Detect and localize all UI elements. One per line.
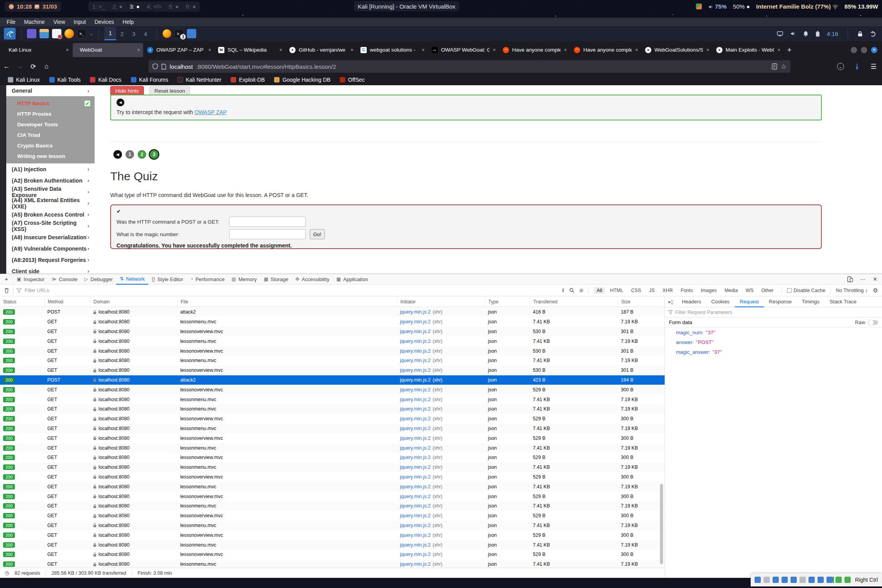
display-icon[interactable]	[808, 577, 815, 583]
devtools-tab[interactable]: ▷ Debugger	[81, 274, 116, 285]
virtualbox-menu-item[interactable]: File	[2, 19, 20, 25]
responsive-mode-icon[interactable]	[847, 276, 853, 282]
url-bar[interactable]: localhost:8080/WebGoat/start.mvc#lesson/…	[149, 60, 791, 73]
network-request-row[interactable]: 200 GET localhost:8080 lessonoverview.mv…	[0, 550, 665, 559]
network-request-row[interactable]: 200 GET localhost:8080 lessonmenu.mvc jq…	[0, 501, 665, 511]
initiator-link[interactable]: jquery.min.js:2	[400, 416, 430, 421]
tab-close-icon[interactable]: ×	[777, 47, 780, 53]
browser-tab[interactable]: Kali Linux ×	[2, 43, 72, 57]
notification-bell-icon[interactable]	[803, 31, 808, 37]
sidebar-category-item[interactable]: (A5) Broken Access Control ›	[6, 209, 95, 220]
kali-menu-icon[interactable]	[4, 28, 16, 39]
downloads-icon[interactable]: ⭳	[854, 63, 860, 70]
host-workspace[interactable]: 6: ●	[186, 3, 196, 10]
initiator-link[interactable]: jquery.min.js:2	[400, 377, 430, 383]
resize-grip[interactable]: ⋰	[880, 578, 882, 582]
lock-screen-icon[interactable]	[857, 31, 863, 37]
tab-close-icon[interactable]: ×	[279, 47, 282, 53]
sidebar-category-item[interactable]: Client side ›	[6, 265, 95, 274]
initiator-link[interactable]: jquery.min.js:2	[400, 319, 430, 324]
virtualbox-menu-item[interactable]: Input	[70, 19, 90, 25]
bookmark-item[interactable]: OffSec	[340, 77, 365, 83]
bookmark-item[interactable]: Kali Forums	[131, 77, 169, 83]
disable-cache-control[interactable]: Disable Cache	[787, 288, 825, 293]
network-request-row[interactable]: 200 GET localhost:8080 lessonmenu.mvc jq…	[0, 443, 665, 453]
sidebar-category-item[interactable]: (A7) Cross-Site Scripting (XSS) ›	[6, 220, 95, 231]
pause-icon[interactable]: ‖	[562, 288, 564, 293]
initiator-link[interactable]: jquery.min.js:2	[400, 552, 430, 557]
usb-icon[interactable]	[791, 577, 797, 583]
network-request-row[interactable]: 200 GET localhost:8080 lessonoverview.mv…	[0, 453, 665, 463]
bookmark-item[interactable]: Kali Docs	[90, 77, 121, 83]
browser-tab[interactable]: webgoat solutions - ×	[357, 43, 428, 57]
bookmark-item[interactable]: Google Hacking DB	[274, 77, 330, 83]
mouse-integration-icon[interactable]	[835, 577, 842, 583]
page-number-button[interactable]: 2	[138, 150, 146, 159]
bookmark-star-icon[interactable]: ☆	[781, 63, 787, 71]
initiator-link[interactable]: jquery.min.js:2	[400, 309, 430, 315]
throttling-dropdown[interactable]: No Throttling ↕	[836, 288, 868, 293]
guest-clock[interactable]: 4:16	[827, 30, 838, 37]
firefox-launcher-icon[interactable]	[65, 29, 74, 38]
network-request-row[interactable]: 200 GET localhost:8080 lessonmenu.mvc jq…	[0, 424, 665, 434]
initiator-link[interactable]: jquery.min.js:2	[400, 368, 430, 373]
search-icon[interactable]	[569, 288, 574, 293]
network-request-row[interactable]: 200 POST localhost:8080 attack2 jquery.m…	[0, 307, 665, 317]
sidebar-category-item[interactable]: (A3) Sensitive Data Exposure ›	[6, 186, 95, 197]
browser-tab[interactable]: Have anyone comple ×	[571, 43, 641, 57]
network-request-row[interactable]: 200 GET localhost:8080 lessonmenu.mvc jq…	[0, 336, 665, 346]
sidebar-sublesson-item[interactable]: HTTP Basics ✔	[6, 98, 95, 109]
initiator-link[interactable]: jquery.min.js:2	[400, 455, 430, 460]
hard-disks-icon[interactable]	[755, 577, 761, 583]
network-icon[interactable]	[782, 577, 788, 583]
network-request-row[interactable]: 200 GET localhost:8080 lessonmenu.mvc jq…	[0, 521, 665, 531]
brightness-indicator[interactable]: 50% ●	[733, 3, 750, 10]
restore-button[interactable]	[861, 47, 867, 53]
type-filter-button[interactable]: All	[594, 287, 605, 294]
sidebar-sublesson-item[interactable]: Crypto Basics ✔	[6, 140, 95, 151]
initiator-link[interactable]: jquery.min.js:2	[400, 484, 430, 489]
wifi-indicator[interactable]: Internet Familie Bolz (77%)	[756, 3, 838, 10]
column-header-file[interactable]: File	[177, 297, 397, 307]
devtools-tab[interactable]: ▦ Storage	[260, 274, 292, 285]
virtualbox-menu-item[interactable]: Devices	[90, 19, 118, 25]
node-picker-icon[interactable]: ⌖	[0, 276, 13, 283]
column-header-initiator[interactable]: Initiator	[397, 297, 485, 307]
shared-folders-icon[interactable]	[800, 577, 806, 583]
type-filter-button[interactable]: WS	[743, 287, 756, 294]
type-filter-button[interactable]: Images	[698, 287, 719, 294]
column-header-size[interactable]: Size	[618, 297, 665, 307]
raw-toggle[interactable]	[868, 320, 878, 325]
column-header-method[interactable]: Method	[44, 297, 90, 307]
audio-tray-icon[interactable]	[790, 31, 796, 36]
firefox-window-icon[interactable]	[163, 29, 171, 38]
devtools-tab[interactable]: ◔ Performance	[187, 274, 228, 285]
tab-close-icon[interactable]: ×	[493, 47, 496, 53]
text-editor-icon[interactable]	[52, 29, 61, 38]
devtools-tab[interactable]: ✜ Accessibility	[292, 274, 333, 285]
request-detail-tab[interactable]: Cookies	[706, 296, 735, 307]
type-filter-button[interactable]: XHR	[660, 287, 676, 294]
host-workspace[interactable]: 5: ●	[169, 3, 179, 10]
request-count[interactable]: 82 requests	[14, 570, 40, 576]
virtualbox-menu-item[interactable]: View	[49, 19, 69, 25]
initiator-link[interactable]: jquery.min.js:2	[400, 426, 430, 431]
type-filter-button[interactable]: Fonts	[678, 287, 696, 294]
column-header-status[interactable]: Status	[0, 297, 44, 307]
block-icon[interactable]: ⊘	[579, 287, 583, 293]
host-workspace[interactable]: 1: >_	[92, 3, 106, 10]
network-request-row[interactable]: 200 GET localhost:8080 lessonoverview.mv…	[0, 346, 665, 356]
initiator-link[interactable]: jquery.min.js:2	[400, 474, 430, 480]
network-request-row[interactable]: 200 GET localhost:8080 lessonoverview.mv…	[0, 511, 665, 521]
go-button[interactable]: Go!	[310, 229, 325, 239]
launcher-dropdown-icon[interactable]: ⌄	[90, 31, 93, 36]
sidebar-category-item[interactable]: (A4) XML External Entities (XXE) ›	[6, 197, 95, 209]
battery-tray-icon[interactable]	[816, 31, 820, 37]
pocket-icon[interactable]: ⌄	[837, 63, 844, 70]
sidebar-category-item[interactable]: (A8) Insecure Deserialization ›	[6, 231, 95, 243]
devtools-tab[interactable]: ▤ Memory	[228, 274, 260, 285]
answer-input[interactable]	[229, 217, 306, 227]
bookmark-item[interactable]: Exploit-DB	[231, 77, 265, 83]
recording-icon[interactable]	[817, 577, 824, 583]
host-workspace-switcher[interactable]: 1: >_2: ●3: ●4: </>5: ●6: ●	[88, 2, 200, 12]
